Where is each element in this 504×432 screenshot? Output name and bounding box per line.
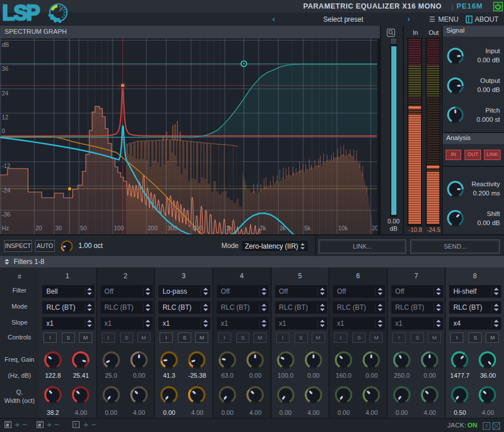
svg-text:24: 24	[2, 90, 9, 97]
svg-text:3k: 3k	[280, 225, 287, 231]
svg-text:100: 100	[114, 225, 124, 231]
svg-text:36: 36	[2, 65, 9, 72]
svg-text:-12: -12	[2, 162, 10, 169]
svg-text:LSP: LSP	[2, 1, 39, 25]
svg-text:T: T	[74, 422, 77, 427]
svg-text:?: ?	[485, 423, 488, 429]
svg-text:-36: -36	[2, 211, 10, 218]
svg-text:30: 30	[55, 225, 62, 231]
svg-text:dB: dB	[2, 41, 9, 48]
svg-text:-24: -24	[2, 187, 10, 194]
svg-text:50: 50	[80, 225, 87, 231]
svg-text:Hz: Hz	[2, 225, 9, 231]
svg-text:10k: 10k	[338, 225, 348, 231]
svg-text:500: 500	[192, 225, 203, 231]
svg-text:0: 0	[2, 127, 5, 134]
svg-text:200: 200	[148, 225, 158, 231]
svg-text:1k: 1k	[226, 225, 233, 231]
svg-text:300: 300	[168, 225, 178, 231]
svg-text:5k: 5k	[304, 225, 311, 231]
svg-text:12: 12	[2, 114, 9, 121]
svg-text:2k: 2k	[260, 225, 267, 231]
svg-text:20: 20	[35, 225, 42, 231]
